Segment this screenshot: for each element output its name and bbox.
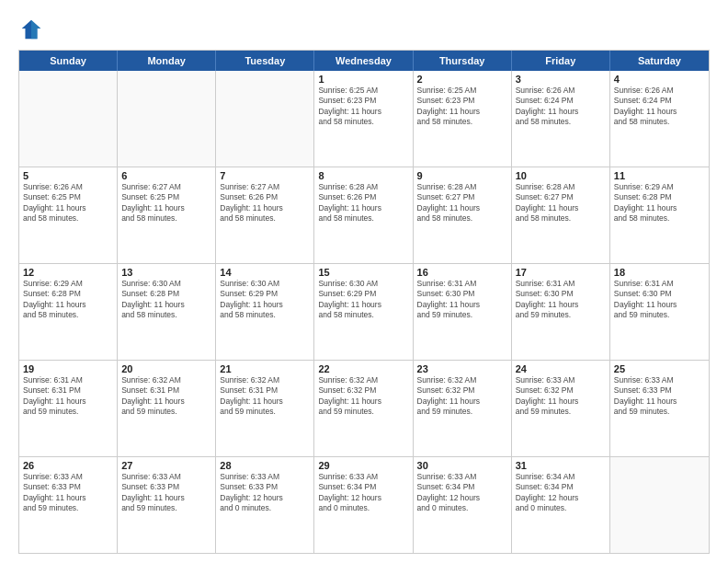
day-info: Sunrise: 6:33 AM Sunset: 6:34 PM Dayligh… [417, 472, 507, 514]
calendar-cell: 19Sunrise: 6:31 AM Sunset: 6:31 PM Dayli… [19, 361, 118, 456]
calendar-cell: 24Sunrise: 6:33 AM Sunset: 6:32 PM Dayli… [512, 361, 610, 456]
logo-icon [18, 17, 44, 42]
calendar-cell: 1Sunrise: 6:25 AM Sunset: 6:23 PM Daylig… [314, 71, 413, 167]
day-number: 21 [220, 363, 310, 374]
day-number: 5 [23, 170, 113, 181]
day-info: Sunrise: 6:33 AM Sunset: 6:33 PM Dayligh… [121, 472, 211, 514]
day-info: Sunrise: 6:33 AM Sunset: 6:33 PM Dayligh… [220, 472, 310, 514]
calendar-cell: 12Sunrise: 6:29 AM Sunset: 6:28 PM Dayli… [19, 264, 118, 360]
day-info: Sunrise: 6:33 AM Sunset: 6:32 PM Dayligh… [516, 375, 606, 418]
calendar-cell: 26Sunrise: 6:33 AM Sunset: 6:33 PM Dayli… [19, 457, 118, 553]
day-number: 17 [516, 267, 606, 278]
day-number: 31 [516, 460, 606, 471]
calendar-cell: 31Sunrise: 6:34 AM Sunset: 6:34 PM Dayli… [512, 457, 610, 553]
calendar-cell: 15Sunrise: 6:30 AM Sunset: 6:29 PM Dayli… [314, 264, 413, 360]
calendar-cell: 25Sunrise: 6:33 AM Sunset: 6:33 PM Dayli… [610, 361, 709, 456]
day-number: 16 [417, 267, 507, 278]
calendar-cell: 27Sunrise: 6:33 AM Sunset: 6:33 PM Dayli… [118, 457, 216, 553]
calendar-cell: 20Sunrise: 6:32 AM Sunset: 6:31 PM Dayli… [118, 361, 216, 456]
calendar-cell: 13Sunrise: 6:30 AM Sunset: 6:28 PM Dayli… [118, 264, 216, 360]
day-info: Sunrise: 6:34 AM Sunset: 6:34 PM Dayligh… [516, 472, 606, 514]
calendar-week-2: 5Sunrise: 6:26 AM Sunset: 6:25 PM Daylig… [19, 167, 709, 264]
day-number: 19 [23, 363, 113, 374]
day-info: Sunrise: 6:29 AM Sunset: 6:28 PM Dayligh… [614, 182, 705, 224]
day-info: Sunrise: 6:33 AM Sunset: 6:34 PM Dayligh… [318, 472, 408, 514]
day-number: 2 [417, 74, 507, 85]
day-info: Sunrise: 6:31 AM Sunset: 6:30 PM Dayligh… [614, 279, 705, 321]
calendar-cell: 7Sunrise: 6:27 AM Sunset: 6:26 PM Daylig… [216, 167, 314, 263]
day-number: 11 [614, 170, 705, 181]
calendar-cell: 14Sunrise: 6:30 AM Sunset: 6:29 PM Dayli… [216, 264, 314, 360]
day-number: 3 [516, 74, 606, 85]
calendar-cell: 17Sunrise: 6:31 AM Sunset: 6:30 PM Dayli… [512, 264, 610, 360]
day-info: Sunrise: 6:28 AM Sunset: 6:27 PM Dayligh… [516, 182, 606, 224]
calendar-cell [118, 71, 216, 167]
calendar-cell: 2Sunrise: 6:25 AM Sunset: 6:23 PM Daylig… [414, 71, 512, 167]
day-info: Sunrise: 6:32 AM Sunset: 6:31 PM Dayligh… [121, 375, 211, 418]
header-day-monday: Monday [118, 51, 216, 71]
day-number: 18 [614, 267, 705, 278]
day-number: 28 [220, 460, 310, 471]
svg-marker-1 [31, 20, 40, 40]
calendar-week-5: 26Sunrise: 6:33 AM Sunset: 6:33 PM Dayli… [19, 457, 709, 553]
calendar-cell: 21Sunrise: 6:32 AM Sunset: 6:31 PM Dayli… [216, 361, 314, 456]
day-info: Sunrise: 6:32 AM Sunset: 6:31 PM Dayligh… [220, 375, 310, 418]
day-number: 13 [121, 267, 211, 278]
calendar-cell [610, 457, 709, 553]
day-number: 23 [417, 363, 507, 374]
day-number: 8 [318, 170, 408, 181]
calendar-cell: 22Sunrise: 6:32 AM Sunset: 6:32 PM Dayli… [314, 361, 413, 456]
calendar-cell: 8Sunrise: 6:28 AM Sunset: 6:26 PM Daylig… [314, 167, 413, 263]
day-number: 10 [516, 170, 606, 181]
header-day-wednesday: Wednesday [314, 51, 413, 71]
day-number: 29 [318, 460, 408, 471]
day-info: Sunrise: 6:27 AM Sunset: 6:25 PM Dayligh… [121, 182, 211, 224]
day-info: Sunrise: 6:26 AM Sunset: 6:24 PM Dayligh… [516, 86, 606, 128]
day-number: 4 [614, 74, 705, 85]
page: SundayMondayTuesdayWednesdayThursdayFrid… [0, 0, 728, 563]
day-info: Sunrise: 6:25 AM Sunset: 6:23 PM Dayligh… [417, 86, 507, 128]
calendar-cell: 30Sunrise: 6:33 AM Sunset: 6:34 PM Dayli… [414, 457, 512, 553]
calendar: SundayMondayTuesdayWednesdayThursdayFrid… [18, 50, 710, 554]
calendar-cell [19, 71, 118, 167]
header [18, 17, 710, 42]
calendar-week-4: 19Sunrise: 6:31 AM Sunset: 6:31 PM Dayli… [19, 361, 709, 457]
calendar-cell: 3Sunrise: 6:26 AM Sunset: 6:24 PM Daylig… [512, 71, 610, 167]
calendar-cell: 23Sunrise: 6:32 AM Sunset: 6:32 PM Dayli… [414, 361, 512, 456]
calendar-week-3: 12Sunrise: 6:29 AM Sunset: 6:28 PM Dayli… [19, 264, 709, 361]
day-number: 22 [318, 363, 408, 374]
day-info: Sunrise: 6:33 AM Sunset: 6:33 PM Dayligh… [614, 375, 705, 418]
calendar-cell: 4Sunrise: 6:26 AM Sunset: 6:24 PM Daylig… [610, 71, 709, 167]
day-number: 15 [318, 267, 408, 278]
day-number: 12 [23, 267, 113, 278]
calendar-cell: 16Sunrise: 6:31 AM Sunset: 6:30 PM Dayli… [414, 264, 512, 360]
calendar-cell: 29Sunrise: 6:33 AM Sunset: 6:34 PM Dayli… [314, 457, 413, 553]
header-day-thursday: Thursday [414, 51, 512, 71]
day-info: Sunrise: 6:31 AM Sunset: 6:30 PM Dayligh… [516, 279, 606, 321]
day-info: Sunrise: 6:32 AM Sunset: 6:32 PM Dayligh… [417, 375, 507, 418]
day-info: Sunrise: 6:29 AM Sunset: 6:28 PM Dayligh… [23, 279, 113, 321]
header-day-friday: Friday [512, 51, 610, 71]
day-number: 14 [220, 267, 310, 278]
logo [18, 17, 48, 42]
calendar-cell: 18Sunrise: 6:31 AM Sunset: 6:30 PM Dayli… [610, 264, 709, 360]
day-info: Sunrise: 6:30 AM Sunset: 6:29 PM Dayligh… [318, 279, 408, 321]
day-info: Sunrise: 6:27 AM Sunset: 6:26 PM Dayligh… [220, 182, 310, 224]
day-info: Sunrise: 6:26 AM Sunset: 6:25 PM Dayligh… [23, 182, 113, 224]
calendar-week-1: 1Sunrise: 6:25 AM Sunset: 6:23 PM Daylig… [19, 71, 709, 167]
calendar-cell: 6Sunrise: 6:27 AM Sunset: 6:25 PM Daylig… [118, 167, 216, 263]
day-info: Sunrise: 6:32 AM Sunset: 6:32 PM Dayligh… [318, 375, 408, 418]
day-number: 9 [417, 170, 507, 181]
day-number: 20 [121, 363, 211, 374]
day-info: Sunrise: 6:30 AM Sunset: 6:29 PM Dayligh… [220, 279, 310, 321]
header-day-tuesday: Tuesday [216, 51, 314, 71]
calendar-header: SundayMondayTuesdayWednesdayThursdayFrid… [19, 51, 709, 71]
day-number: 1 [318, 74, 408, 85]
day-number: 25 [614, 363, 705, 374]
day-info: Sunrise: 6:33 AM Sunset: 6:33 PM Dayligh… [23, 472, 113, 514]
day-info: Sunrise: 6:31 AM Sunset: 6:31 PM Dayligh… [23, 375, 113, 418]
calendar-cell: 9Sunrise: 6:28 AM Sunset: 6:27 PM Daylig… [414, 167, 512, 263]
day-info: Sunrise: 6:28 AM Sunset: 6:27 PM Dayligh… [417, 182, 507, 224]
calendar-cell: 5Sunrise: 6:26 AM Sunset: 6:25 PM Daylig… [19, 167, 118, 263]
day-number: 7 [220, 170, 310, 181]
